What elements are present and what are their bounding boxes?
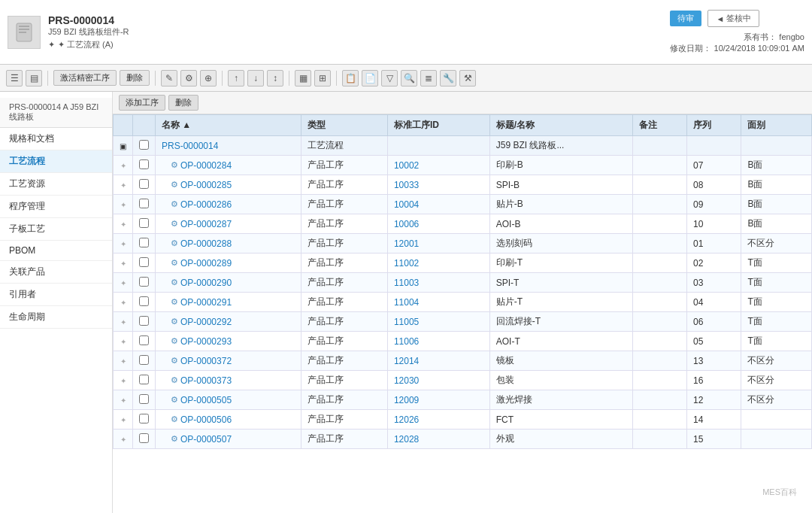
table-icon[interactable]: ▦: [295, 70, 311, 87]
row-checkbox[interactable]: [139, 414, 149, 423]
check-cell[interactable]: [133, 390, 156, 410]
row-checkbox[interactable]: [139, 316, 149, 326]
row-id-link[interactable]: OP-0000505: [180, 395, 232, 405]
check-cell[interactable]: [133, 273, 156, 293]
check-cell[interactable]: [133, 332, 156, 351]
check-cell[interactable]: [133, 214, 156, 234]
move-down-icon[interactable]: ↓: [247, 70, 264, 87]
paste-icon[interactable]: 📄: [362, 70, 378, 87]
row-id-link[interactable]: OP-0000507: [180, 434, 232, 445]
row-checkbox[interactable]: [139, 335, 149, 345]
copy-icon[interactable]: 📋: [342, 70, 359, 87]
check-cell[interactable]: [133, 136, 156, 156]
expand-cell[interactable]: ✦: [114, 430, 133, 449]
edit-icon[interactable]: ✎: [161, 70, 177, 87]
row-id-link[interactable]: OP-0000292: [180, 317, 232, 327]
expand-cell[interactable]: ✦: [114, 195, 133, 214]
sidebar-item-process[interactable]: 工艺流程: [0, 150, 112, 173]
sidebar-item-lifecycle[interactable]: 生命周期: [0, 306, 112, 329]
row-checkbox[interactable]: [139, 257, 149, 267]
row-checkbox[interactable]: [139, 238, 149, 247]
expand-cell[interactable]: ✦: [114, 293, 133, 312]
check-cell[interactable]: [133, 156, 156, 175]
check-cell[interactable]: [133, 293, 156, 312]
sub-delete-button[interactable]: 删除: [168, 95, 198, 111]
row-checkbox[interactable]: [139, 375, 149, 384]
check-cell[interactable]: [133, 351, 156, 371]
row-id-link[interactable]: OP-0000506: [180, 414, 232, 425]
row-checkbox[interactable]: [139, 179, 149, 189]
row-checkbox[interactable]: [139, 140, 149, 150]
status-active-button[interactable]: 待审: [670, 11, 701, 26]
expand-cell[interactable]: ▣: [114, 136, 133, 156]
row-id-link[interactable]: OP-0000288: [180, 238, 232, 249]
expand-cell[interactable]: ✦: [114, 371, 133, 390]
sidebar-item-related[interactable]: 关联产品: [0, 261, 112, 284]
filter-icon[interactable]: ▽: [381, 70, 398, 87]
expand-cell[interactable]: ✦: [114, 351, 133, 371]
row-id-link[interactable]: OP-0000372: [180, 356, 232, 366]
op-icon: ⚙: [171, 317, 178, 326]
row-id-link[interactable]: OP-0000285: [180, 180, 232, 190]
grid-icon[interactable]: ⊞: [314, 70, 331, 87]
check-cell[interactable]: [133, 371, 156, 390]
move-up-icon[interactable]: ↑: [228, 70, 244, 87]
row-id-link[interactable]: OP-0000291: [180, 297, 232, 308]
expand-cell[interactable]: ✦: [114, 332, 133, 351]
row-checkbox[interactable]: [139, 433, 149, 443]
activate-precision-button[interactable]: 激活精密工序: [53, 70, 117, 86]
check-cell[interactable]: [133, 253, 156, 273]
row-checkbox[interactable]: [139, 355, 149, 365]
check-cell[interactable]: [133, 312, 156, 332]
delete-button[interactable]: 删除: [120, 70, 150, 86]
row-id-link[interactable]: PRS-0000014: [162, 141, 218, 151]
expand-cell[interactable]: ✦: [114, 175, 133, 195]
report-icon[interactable]: ≣: [420, 70, 437, 87]
add-icon[interactable]: ⊕: [200, 70, 217, 87]
add-process-button[interactable]: 添加工序: [119, 95, 165, 111]
name-cell: ⚙ OP-0000290: [156, 273, 301, 293]
row-id-link[interactable]: OP-0000287: [180, 219, 232, 229]
check-cell[interactable]: [133, 195, 156, 214]
sidebar-item-specs[interactable]: 规格和文档: [0, 128, 112, 150]
search-icon[interactable]: 🔍: [401, 70, 417, 87]
check-cell[interactable]: [133, 234, 156, 253]
expand-cell[interactable]: ✦: [114, 273, 133, 293]
row-id-link[interactable]: OP-0000373: [180, 375, 232, 386]
name-cell: ⚙ OP-0000285: [156, 175, 301, 195]
expand-cell[interactable]: ✦: [114, 390, 133, 410]
sidebar-item-subboard[interactable]: 子板工艺: [0, 218, 112, 241]
sort-icon[interactable]: ↕: [267, 70, 283, 87]
row-checkbox[interactable]: [139, 159, 149, 169]
type-cell: 产品工序: [301, 351, 388, 371]
tools-icon[interactable]: 🔧: [440, 70, 456, 87]
config-icon[interactable]: ⚒: [459, 70, 476, 87]
row-checkbox[interactable]: [139, 394, 149, 404]
row-checkbox[interactable]: [139, 199, 149, 208]
list-icon[interactable]: ▤: [26, 70, 42, 87]
check-cell[interactable]: [133, 175, 156, 195]
row-id-link[interactable]: OP-0000290: [180, 278, 232, 288]
check-cell[interactable]: [133, 410, 156, 430]
row-checkbox[interactable]: [139, 296, 149, 306]
expand-cell[interactable]: ✦: [114, 234, 133, 253]
status-inactive-button[interactable]: ◄ 签核中: [707, 10, 759, 27]
row-id-link[interactable]: OP-0000286: [180, 199, 232, 210]
menu-icon[interactable]: ☰: [6, 70, 23, 87]
expand-cell[interactable]: ✦: [114, 410, 133, 430]
sidebar-item-resources[interactable]: 工艺资源: [0, 173, 112, 196]
row-checkbox[interactable]: [139, 218, 149, 228]
expand-cell[interactable]: ✦: [114, 312, 133, 332]
row-checkbox[interactable]: [139, 277, 149, 287]
expand-cell[interactable]: ✦: [114, 253, 133, 273]
row-id-link[interactable]: OP-0000289: [180, 258, 232, 269]
check-cell[interactable]: [133, 430, 156, 449]
row-id-link[interactable]: OP-0000293: [180, 336, 232, 347]
sidebar-item-pbom[interactable]: PBOM: [0, 241, 112, 261]
sidebar-item-programs[interactable]: 程序管理: [0, 196, 112, 218]
row-id-link[interactable]: OP-0000284: [180, 160, 232, 171]
settings-icon[interactable]: ⚙: [180, 70, 197, 87]
sidebar-item-references[interactable]: 引用者: [0, 284, 112, 306]
expand-cell[interactable]: ✦: [114, 214, 133, 234]
expand-cell[interactable]: ✦: [114, 156, 133, 175]
